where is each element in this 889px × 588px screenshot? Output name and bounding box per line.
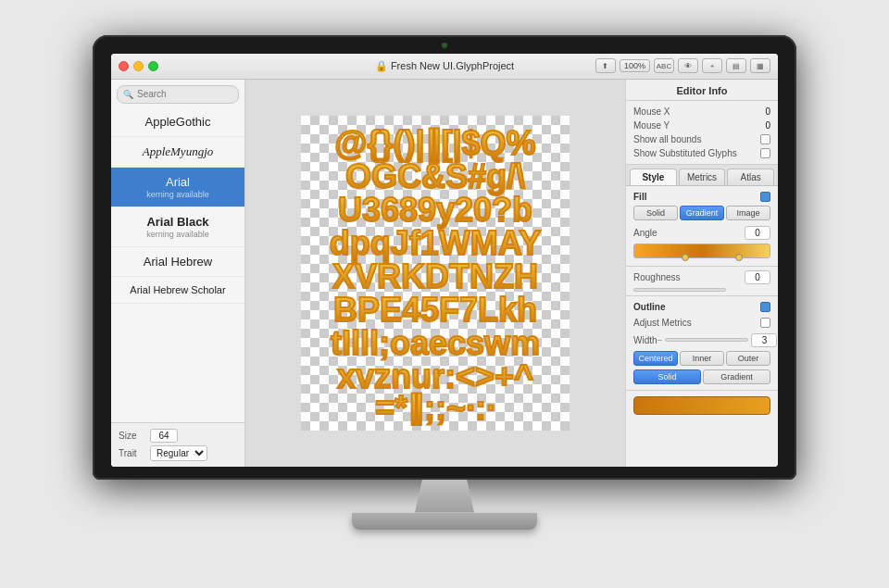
monitor: 🔒 Fresh New UI.GlyphProject ⬆ 100% ABC 👁… bbox=[83, 35, 806, 554]
adjust-metrics-row: Adjust Metrics bbox=[633, 316, 770, 330]
monitor-bezel: 🔒 Fresh New UI.GlyphProject ⬆ 100% ABC 👁… bbox=[93, 35, 796, 480]
fill-btn-gradient[interactable]: Gradient bbox=[680, 206, 724, 220]
svg-text:BPE45F7Lkh: BPE45F7Lkh bbox=[332, 291, 536, 329]
monitor-screen: 🔒 Fresh New UI.GlyphProject ⬆ 100% ABC 👁… bbox=[111, 54, 778, 467]
font-name-arial-hebrew: Arial Hebrew bbox=[144, 255, 212, 269]
plus-button[interactable]: + bbox=[702, 58, 722, 73]
font-sub-arial: kerning available bbox=[146, 190, 209, 199]
trait-row: Trait Regular bbox=[119, 445, 237, 461]
fill-buttons: Solid Gradient Image bbox=[633, 206, 770, 220]
font-item-arial-black[interactable]: Arial Black kerning available bbox=[111, 207, 244, 247]
width-row: Width − 3 bbox=[633, 333, 770, 347]
show-bounds-checkbox[interactable] bbox=[760, 134, 770, 144]
outline-header: Outline bbox=[633, 302, 770, 312]
fill-btn-image[interactable]: Image bbox=[726, 206, 770, 220]
monitor-base bbox=[352, 513, 537, 530]
font-item-arial[interactable]: Arial kerning available bbox=[111, 168, 244, 207]
outline-btn-outer[interactable]: Outer bbox=[726, 351, 770, 366]
editor-info-grid: Mouse X 0 Mouse Y 0 Show all bounds S bbox=[626, 101, 778, 165]
gradient-stop-left[interactable] bbox=[682, 254, 689, 261]
font-sub-arial-black: kerning available bbox=[146, 230, 209, 239]
roughness-section: Roughness 0 bbox=[626, 267, 778, 296]
mouse-y-label: Mouse Y bbox=[633, 120, 670, 131]
angle-label: Angle bbox=[633, 228, 657, 238]
size-label: Size bbox=[119, 431, 144, 441]
mouse-y-value: 0 bbox=[765, 120, 770, 131]
svg-text:OGC&S#g/\: OGC&S#g/\ bbox=[344, 157, 524, 195]
search-bar[interactable]: 🔍 bbox=[117, 85, 239, 104]
size-row: Size 64 bbox=[119, 429, 237, 443]
outline-label: Outline bbox=[633, 302, 665, 312]
outline-section: Outline Adjust Metrics Width − bbox=[626, 296, 778, 391]
tab-atlas[interactable]: Atlas bbox=[727, 169, 774, 185]
view-button1[interactable]: ▤ bbox=[726, 58, 746, 73]
font-name-arial-black: Arial Black bbox=[146, 215, 208, 229]
close-button[interactable] bbox=[119, 61, 129, 71]
fill-header: Fill bbox=[633, 192, 770, 202]
color-swatch[interactable] bbox=[633, 396, 770, 415]
trait-select[interactable]: Regular bbox=[150, 445, 207, 461]
panel-tabs: Style Metrics Atlas bbox=[626, 165, 778, 186]
angle-value: 0 bbox=[745, 226, 770, 240]
width-slider[interactable] bbox=[665, 338, 748, 342]
view-button2[interactable]: ▦ bbox=[750, 58, 770, 73]
sidebar: 🔍 AppleGothic AppleMyungjo Arial kerning… bbox=[111, 80, 245, 467]
share-button[interactable]: ⬆ bbox=[595, 58, 616, 73]
adjust-metrics-label: Adjust Metrics bbox=[633, 318, 692, 328]
svg-text:U3689y20?b: U3689y20?b bbox=[337, 191, 532, 229]
abc-button[interactable]: ABC bbox=[654, 58, 674, 73]
roughness-label: Roughness bbox=[633, 272, 681, 282]
traffic-lights bbox=[119, 61, 158, 71]
font-name-arial-hebrew-scholar: Arial Hebrew Scholar bbox=[130, 284, 225, 295]
search-icon: 🔍 bbox=[123, 90, 133, 99]
font-item-applemyungjo[interactable]: AppleMyungjo bbox=[111, 137, 244, 168]
maximize-button[interactable] bbox=[148, 61, 158, 71]
monitor-neck bbox=[407, 480, 482, 513]
roughness-slider[interactable] bbox=[633, 288, 726, 292]
font-name-arial: Arial bbox=[166, 175, 190, 189]
tab-style[interactable]: Style bbox=[630, 169, 677, 185]
font-item-arial-hebrew[interactable]: Arial Hebrew bbox=[111, 247, 244, 277]
fill-label: Fill bbox=[633, 192, 646, 202]
show-bounds-label: Show all bounds bbox=[633, 134, 701, 144]
fill-btn-solid[interactable]: Solid bbox=[633, 206, 678, 220]
font-item-arial-hebrew-scholar[interactable]: Arial Hebrew Scholar bbox=[111, 277, 244, 304]
font-item-applegothic[interactable]: AppleGothic bbox=[111, 107, 244, 137]
width-control: − 3 bbox=[657, 333, 778, 347]
outline-checkbox[interactable] bbox=[760, 302, 770, 312]
font-list: AppleGothic AppleMyungjo Arial kerning a… bbox=[111, 107, 244, 422]
gradient-stop-right[interactable] bbox=[735, 254, 743, 261]
adjust-metrics-checkbox[interactable] bbox=[760, 318, 770, 328]
width-value: 3 bbox=[751, 333, 777, 347]
svg-text:dpqJf1WMAY: dpqJf1WMAY bbox=[329, 224, 541, 262]
search-input[interactable] bbox=[137, 89, 232, 99]
mouse-x-label: Mouse X bbox=[633, 106, 670, 117]
fill-checkbox[interactable] bbox=[760, 192, 770, 202]
fill-section: Fill Solid Gradient Image Angle 0 bbox=[626, 186, 778, 267]
tab-metrics[interactable]: Metrics bbox=[679, 169, 726, 185]
minimize-button[interactable] bbox=[133, 61, 144, 71]
svg-text:XVRKDTNZH: XVRKDTNZH bbox=[332, 257, 538, 295]
outline-position-buttons: Centered Inner Outer bbox=[633, 351, 770, 366]
window-title: 🔒 Fresh New UI.GlyphProject bbox=[375, 60, 514, 72]
svg-text:tIlll;oaecswm: tIlll;oaecswm bbox=[330, 324, 539, 362]
outline-style-solid[interactable]: Solid bbox=[633, 369, 701, 384]
show-substituted-label: Show Substituted Glyphs bbox=[633, 148, 737, 158]
glyph-display: @{}()|‖[|$Q% OGC&S#g/\ U3689y20?b dpqJf1… bbox=[304, 116, 568, 430]
outline-style-buttons: Solid Gradient bbox=[633, 369, 770, 384]
roughness-value: 0 bbox=[745, 270, 770, 284]
panel-title: Editor Info bbox=[626, 80, 778, 101]
outline-btn-centered[interactable]: Centered bbox=[633, 351, 678, 366]
toolbar-controls: ⬆ 100% ABC 👁 + ▤ ▦ bbox=[595, 58, 770, 73]
zoom-level[interactable]: 100% bbox=[620, 59, 650, 72]
font-name-applemyungjo: AppleMyungjo bbox=[143, 144, 214, 159]
eye-button[interactable]: 👁 bbox=[678, 58, 698, 73]
angle-row: Angle 0 bbox=[633, 226, 770, 240]
width-minus-icon[interactable]: − bbox=[657, 335, 663, 345]
show-substituted-checkbox[interactable] bbox=[760, 148, 770, 158]
svg-text:=*‖;;~·:·: =*‖;;~·:· bbox=[374, 389, 495, 426]
mouse-x-row: Mouse X 0 bbox=[633, 105, 770, 119]
outline-btn-inner[interactable]: Inner bbox=[680, 351, 724, 366]
gradient-bar[interactable] bbox=[633, 244, 770, 258]
outline-style-gradient[interactable]: Gradient bbox=[703, 369, 770, 384]
